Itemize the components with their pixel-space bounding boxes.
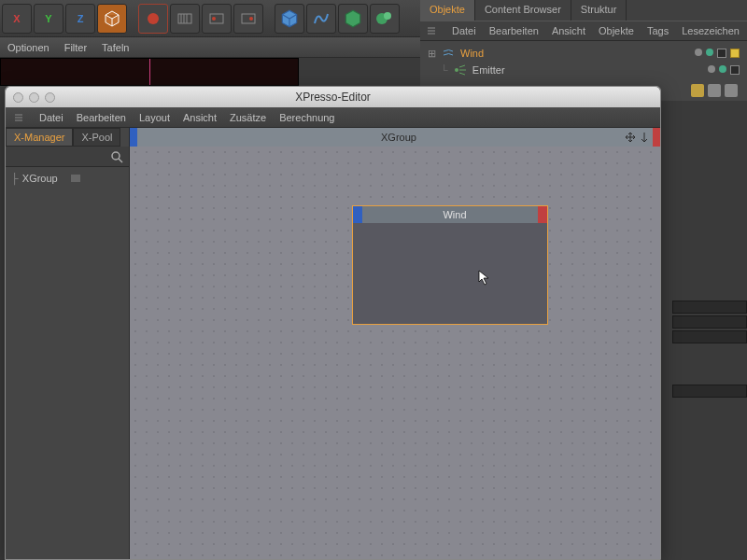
object-name: Wind — [460, 48, 484, 59]
xpresso-tree[interactable]: ├ XGroup — [6, 167, 129, 559]
drag-handle-icon — [428, 27, 435, 35]
enable-checkbox[interactable] — [717, 49, 726, 58]
spline-tool-button[interactable] — [306, 4, 336, 34]
record-button[interactable] — [138, 4, 168, 34]
axis-z-button[interactable]: Z — [65, 4, 95, 34]
menu-tafeln[interactable]: Tafeln — [102, 42, 129, 53]
output-port-icon[interactable] — [653, 128, 660, 147]
axis-x-button[interactable]: X — [2, 4, 32, 34]
svg-point-5 — [249, 17, 253, 21]
drag-handle-icon — [15, 114, 22, 121]
tree-branch-icon: ├ — [11, 173, 19, 184]
xpresso-menubar: Datei Bearbeiten Layout Ansicht Zusätze … — [6, 107, 660, 128]
track[interactable] — [672, 385, 747, 398]
deformer-button[interactable] — [370, 4, 400, 34]
keyframe-2-button[interactable] — [202, 4, 232, 34]
node-header[interactable]: Wind — [353, 206, 547, 223]
panel-menu-lesezeichen[interactable]: Lesezeichen — [682, 25, 740, 36]
tab-struktur[interactable]: Struktur — [571, 0, 627, 21]
svg-point-7 — [384, 12, 391, 20]
svg-point-3 — [212, 17, 216, 21]
panel-menu-tags[interactable]: Tags — [647, 25, 669, 36]
xpresso-editor-window: XPresso-Editor Datei Bearbeiten Layout A… — [5, 86, 661, 560]
track[interactable] — [672, 315, 747, 329]
expand-icon[interactable]: ⊞ — [428, 48, 436, 60]
panel-menu-objekte[interactable]: Objekte — [599, 25, 634, 36]
axis-y-button[interactable]: Y — [34, 4, 63, 34]
collapse-icon[interactable] — [640, 132, 649, 143]
tab-content-browser[interactable]: Content Browser — [475, 0, 571, 21]
cube-tool-button[interactable] — [97, 4, 127, 34]
xmenu-ansicht[interactable]: Ansicht — [183, 112, 217, 123]
tree-tag-icon — [71, 175, 80, 182]
track[interactable] — [672, 301, 747, 314]
node-wind[interactable]: Wind — [352, 205, 548, 325]
visibility-dot[interactable] — [708, 65, 715, 73]
search-icon[interactable] — [110, 150, 123, 163]
viewport[interactable] — [0, 58, 299, 86]
panel-menu-ansicht[interactable]: Ansicht — [552, 25, 585, 36]
svg-point-0 — [148, 13, 159, 24]
render-dot[interactable] — [719, 65, 726, 73]
track[interactable] — [672, 330, 747, 343]
panel-menu-bearbeiten[interactable]: Bearbeiten — [489, 25, 539, 36]
node-body[interactable] — [353, 223, 547, 324]
canvas-header[interactable]: XGroup — [130, 128, 660, 147]
node-input-port[interactable] — [353, 206, 362, 223]
object-name: Emitter — [472, 64, 505, 76]
menu-optionen[interactable]: Optionen — [7, 42, 49, 53]
move-icon[interactable] — [625, 132, 636, 143]
window-titlebar[interactable]: XPresso-Editor — [6, 87, 660, 107]
xmenu-bearbeiten[interactable]: Bearbeiten — [77, 112, 126, 123]
canvas-title: XGroup — [137, 132, 660, 143]
object-row-emitter[interactable]: └ Emitter — [428, 62, 740, 78]
svg-point-13 — [455, 68, 458, 72]
input-port-icon[interactable] — [130, 128, 137, 147]
svg-line-15 — [119, 159, 122, 162]
xmenu-berechnung[interactable]: Berechnung — [279, 112, 334, 123]
window-title: XPresso-Editor — [295, 91, 371, 104]
node-output-port[interactable] — [538, 206, 547, 223]
xmenu-layout[interactable]: Layout — [139, 112, 170, 123]
attr-icon-3[interactable] — [725, 84, 738, 97]
emitter-icon — [454, 63, 467, 77]
keyframe-3-button[interactable] — [233, 4, 263, 34]
tree-item-xgroup[interactable]: ├ XGroup — [11, 171, 123, 186]
tree-label: XGroup — [22, 173, 58, 184]
svg-point-14 — [112, 152, 120, 160]
keyframe-1-button[interactable] — [170, 4, 200, 34]
minimize-window-button[interactable] — [29, 92, 39, 103]
render-dot[interactable] — [706, 49, 713, 56]
menu-filter[interactable]: Filter — [64, 42, 87, 53]
svg-rect-1 — [178, 14, 191, 23]
object-row-wind[interactable]: ⊞ Wind — [428, 45, 740, 62]
zoom-window-button[interactable] — [45, 92, 55, 103]
attr-icon-1[interactable] — [691, 84, 704, 97]
visibility-dot[interactable] — [695, 49, 702, 56]
node-title: Wind — [362, 209, 547, 220]
wind-icon — [442, 47, 455, 60]
tree-branch-icon: └ — [441, 64, 448, 76]
node-canvas[interactable]: Wind — [130, 147, 660, 559]
timeline-panel — [672, 299, 747, 560]
search-row — [6, 147, 129, 167]
enable-checkbox[interactable] — [730, 65, 740, 75]
close-window-button[interactable] — [13, 92, 23, 103]
tab-xmanager[interactable]: X-Manager — [6, 128, 73, 147]
primitive-cube-button[interactable] — [275, 4, 304, 34]
xpresso-tag[interactable] — [730, 49, 740, 58]
xmenu-datei[interactable]: Datei — [39, 112, 63, 123]
xmenu-zusaetze[interactable]: Zusätze — [230, 112, 266, 123]
generator-button[interactable] — [338, 4, 368, 34]
xpresso-sidebar: X-Manager X-Pool ├ XGroup — [6, 128, 130, 559]
tab-objekte[interactable]: Objekte — [420, 0, 475, 21]
attr-icon-2[interactable] — [708, 84, 721, 97]
panel-menu-datei[interactable]: Datei — [452, 25, 476, 36]
tab-xpool[interactable]: X-Pool — [73, 128, 120, 147]
